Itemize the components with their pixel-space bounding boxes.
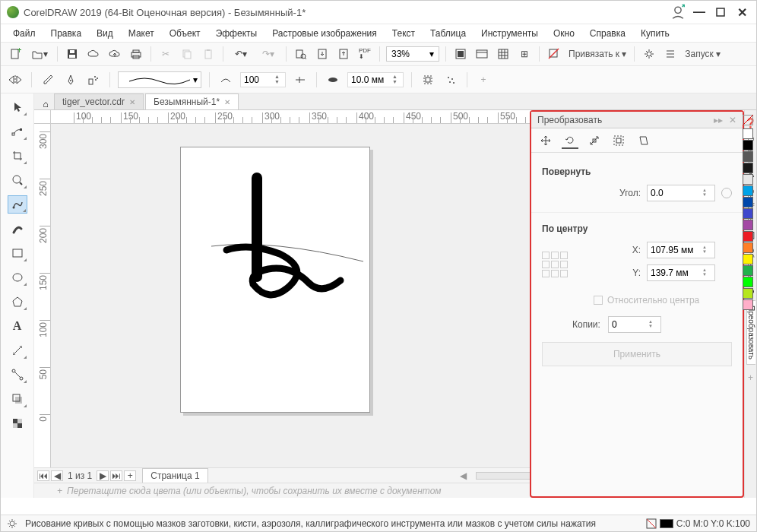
docker-collapse-icon[interactable]: ▸▸ [714,115,723,125]
size-tab-icon[interactable] [610,132,627,149]
color-swatch[interactable] [743,231,753,242]
skew-tab-icon[interactable] [635,132,651,149]
crop-tool-icon[interactable] [8,147,27,165]
menu-table[interactable]: Таблица [424,27,472,40]
page-prev-icon[interactable]: ◀ [51,470,63,481]
pen-icon[interactable] [62,71,79,88]
x-field[interactable]: 107.95 мм▲▼ [647,242,715,258]
print-icon[interactable] [128,46,144,62]
fullscreen-icon[interactable] [452,46,469,62]
pdf-icon[interactable]: PDF⬇ [356,46,373,62]
freehand-tool-icon[interactable] [8,195,27,214]
undo-icon[interactable]: ↶▾ [230,46,252,62]
snap-label[interactable]: Привязать к ▾ [567,49,628,59]
polygon-tool-icon[interactable] [8,293,27,311]
redo-icon[interactable]: ↷▾ [257,46,280,62]
relative-checkbox[interactable]: Относительно центра [594,295,732,306]
scatter-icon[interactable] [442,71,459,88]
status-gear-icon[interactable] [7,518,17,529]
menu-text[interactable]: Текст [386,27,421,40]
docker-close-icon[interactable]: ✕ [729,115,736,125]
color-swatch[interactable] [743,265,753,276]
menu-bitmap[interactable]: Растровые изображения [266,27,383,40]
menu-edit[interactable]: Правка [45,27,88,40]
user-login-icon[interactable] [670,4,686,21]
stroke-width-field[interactable]: ▲▼ [347,72,404,87]
home-tab-icon[interactable]: ⌂ [39,99,52,109]
scale-tab-icon[interactable] [586,132,603,149]
add-color-icon[interactable]: + [57,486,62,496]
guides-icon[interactable]: ⊞ [516,46,533,62]
artistic-media-icon[interactable] [8,220,27,238]
color-swatch[interactable] [743,277,753,287]
color-swatch[interactable] [743,185,753,196]
maximize-button[interactable] [712,4,729,21]
add-docker-icon[interactable]: + [748,372,753,383]
page-next-icon[interactable]: ▶ [97,470,109,481]
smoothing-input[interactable] [244,74,271,85]
color-swatch[interactable] [743,254,753,264]
pick-tool-icon[interactable] [8,98,27,116]
copy-icon[interactable] [179,46,195,62]
minimize-button[interactable]: — [691,4,708,21]
brush-stroke-preview[interactable]: ▾ [118,71,201,88]
ellipse-tool-icon[interactable] [8,268,27,287]
save-icon[interactable] [64,46,81,62]
menu-effects[interactable]: Эффекты [210,27,264,40]
zoom-level-select[interactable]: 33%▾ [386,46,439,62]
new-doc-icon[interactable]: + [7,46,24,62]
menu-layout[interactable]: Макет [122,27,160,40]
launch-label[interactable]: Запуск ▾ [683,49,722,59]
width-toggle-icon[interactable] [292,71,309,88]
no-color-swatch[interactable] [743,115,753,125]
stroke-width-input[interactable] [351,74,389,85]
color-swatch[interactable] [743,128,753,139]
page-tab[interactable]: Страница 1 [142,468,207,483]
color-swatch[interactable] [743,174,753,185]
cloud-save-icon[interactable] [85,46,102,62]
cloud-open-icon[interactable] [106,46,123,62]
rotate-tab-icon[interactable] [562,132,578,149]
color-swatch[interactable] [743,208,753,219]
close-button[interactable]: ✕ [733,4,750,21]
copies-field[interactable]: 0▲▼ [608,316,661,333]
page-canvas[interactable] [180,147,370,413]
options-gear-icon[interactable] [641,46,657,62]
page-last-icon[interactable]: ⏭ [110,470,122,481]
connector-tool-icon[interactable] [8,366,27,384]
export-icon[interactable] [335,46,352,62]
ruler-origin[interactable] [34,110,51,124]
angle-field[interactable]: 0.0▲▼ [647,185,715,201]
snap-off-icon[interactable] [546,46,562,62]
page-add-icon[interactable]: + [124,470,136,481]
cut-icon[interactable]: ✂ [157,46,174,62]
zoom-tool-icon[interactable] [8,171,27,189]
preview-icon[interactable] [474,46,490,62]
anchor-grid[interactable] [542,252,568,277]
menu-window[interactable]: Окно [547,27,581,40]
menu-file[interactable]: Файл [7,27,42,40]
add-preset-icon[interactable]: + [475,71,492,88]
color-swatch[interactable] [743,220,753,230]
menu-help[interactable]: Справка [584,27,632,40]
mirror-h-icon[interactable] [7,71,24,88]
color-swatch[interactable] [743,299,753,310]
brush-preset-icon[interactable] [40,71,56,88]
status-fill-swatch[interactable] [660,519,673,528]
doc-tab-2[interactable]: Безымянный-1*✕ [145,93,239,109]
doc-tab-1[interactable]: tiger_vector.cdr✕ [54,93,144,109]
shape-tool-icon[interactable] [8,122,27,141]
color-swatch[interactable] [743,288,753,299]
y-field[interactable]: 139.7 мм▲▼ [647,264,715,281]
ruler-vertical[interactable]: 300250200150100500 [34,124,51,498]
bounding-icon[interactable] [420,71,436,88]
launch-list-icon[interactable] [662,46,679,62]
docker-title-bar[interactable]: Преобразовать ▸▸✕ [531,112,743,128]
page-first-icon[interactable]: ⏮ [37,470,49,481]
menu-view[interactable]: Вид [90,27,119,40]
menu-tools[interactable]: Инструменты [475,27,544,40]
color-swatch[interactable] [743,151,753,162]
grid-icon[interactable] [495,46,512,62]
menu-buy[interactable]: Купить [635,27,676,40]
close-tab-icon[interactable]: ✕ [224,98,230,106]
